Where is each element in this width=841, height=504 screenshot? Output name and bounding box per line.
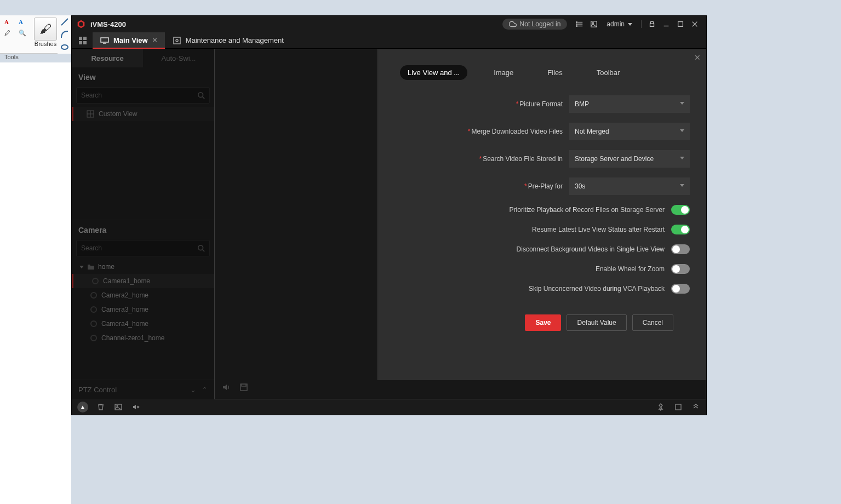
brushes-button[interactable]: 🖌 bbox=[34, 18, 57, 41]
sidebar-tab-resource[interactable]: Resource bbox=[72, 49, 143, 67]
chevron-down-icon bbox=[680, 184, 684, 187]
ptz-label: PTZ Control bbox=[78, 386, 117, 394]
chevron-down-icon bbox=[628, 23, 632, 26]
search-stored-label: *Search Video File Stored in bbox=[479, 155, 563, 163]
app-logo-icon bbox=[76, 19, 86, 29]
titlebar: iVMS-4200 Not Logged in admin bbox=[72, 16, 706, 32]
picture-icon[interactable] bbox=[587, 17, 601, 31]
cancel-button[interactable]: Cancel bbox=[632, 314, 673, 331]
save-button[interactable]: Save bbox=[525, 314, 561, 331]
restore-icon[interactable] bbox=[673, 402, 683, 412]
text-tool-icon[interactable]: A bbox=[16, 18, 30, 28]
picture-format-select[interactable]: BMP bbox=[569, 95, 690, 113]
tab-label: Main View bbox=[113, 36, 148, 44]
settings-tab-files[interactable]: Files bbox=[540, 65, 570, 80]
volume-icon[interactable] bbox=[222, 383, 231, 392]
save-clip-icon[interactable] bbox=[239, 383, 248, 392]
svg-line-26 bbox=[203, 97, 205, 99]
custom-view-label: Custom View bbox=[99, 110, 137, 118]
view-section-header: View bbox=[72, 67, 214, 87]
camera-item[interactable]: Camera2_home bbox=[72, 288, 214, 302]
pin-icon[interactable] bbox=[656, 402, 666, 412]
merge-files-select[interactable]: Not Merged bbox=[569, 123, 690, 140]
camera-search[interactable] bbox=[76, 240, 210, 256]
viewport-toolbar bbox=[214, 379, 256, 396]
preplay-select[interactable]: 30s bbox=[569, 177, 690, 195]
monitor-icon bbox=[100, 36, 109, 45]
chevron-up-icon[interactable]: ⌃ bbox=[202, 386, 208, 394]
tab-main-view[interactable]: Main View ✕ bbox=[93, 32, 165, 49]
merge-files-label: *Merge Downloaded Video Files bbox=[468, 128, 563, 135]
login-status-badge[interactable]: Not Logged in bbox=[502, 19, 568, 30]
minimize-icon[interactable] bbox=[659, 17, 673, 31]
layout-icon bbox=[87, 110, 94, 118]
camera-item[interactable]: Channel-zero1_home bbox=[72, 331, 214, 345]
svg-point-11 bbox=[592, 22, 594, 24]
camera-status-icon bbox=[90, 306, 97, 313]
search-stored-select[interactable]: Storage Server and Device bbox=[569, 150, 690, 168]
settings-tab-toolbar[interactable]: Toolbar bbox=[589, 65, 628, 80]
oval-shape-icon[interactable] bbox=[60, 43, 69, 51]
chevron-down-icon[interactable]: ⌄ bbox=[190, 386, 196, 394]
login-status-text: Not Logged in bbox=[520, 20, 561, 28]
camera-item[interactable]: Camera3_home bbox=[72, 302, 214, 317]
default-value-button[interactable]: Default Value bbox=[567, 314, 626, 331]
svg-point-24 bbox=[176, 39, 178, 42]
tab-label: Maintenance and Management bbox=[186, 36, 284, 44]
camera-status-icon bbox=[92, 278, 99, 284]
svg-point-8 bbox=[576, 24, 577, 25]
svg-line-31 bbox=[203, 250, 205, 252]
svg-rect-12 bbox=[650, 24, 654, 26]
settings-panel: ✕ Live View and ... Image Files Toolbar … bbox=[377, 49, 706, 380]
lock-icon[interactable] bbox=[645, 17, 659, 31]
tab-maintenance[interactable]: Maintenance and Management bbox=[165, 32, 291, 49]
collapse-up-icon[interactable] bbox=[691, 402, 701, 412]
image-icon[interactable] bbox=[113, 402, 123, 412]
camera-status-icon bbox=[90, 292, 97, 299]
user-name: admin bbox=[607, 20, 625, 28]
settings-tab-liveview[interactable]: Live View and ... bbox=[400, 65, 467, 80]
view-search[interactable] bbox=[76, 87, 210, 104]
search-icon bbox=[197, 244, 205, 252]
wheel-zoom-label: Enable Wheel for Zoom bbox=[596, 265, 665, 273]
color-picker-icon[interactable]: 🖊 bbox=[2, 28, 15, 39]
chevron-down-icon bbox=[680, 102, 684, 105]
sidebar-tab-autoswitch[interactable]: Auto-Swi... bbox=[143, 49, 214, 67]
tab-close-icon[interactable]: ✕ bbox=[152, 37, 157, 44]
skip-vca-toggle[interactable] bbox=[671, 284, 690, 294]
camera-folder-home[interactable]: home bbox=[72, 260, 214, 274]
resume-toggle[interactable] bbox=[671, 225, 690, 234]
camera-item[interactable]: Camera1_home bbox=[72, 274, 214, 288]
home-grid-icon[interactable] bbox=[75, 34, 90, 47]
svg-rect-17 bbox=[79, 37, 82, 40]
camera-search-input[interactable] bbox=[81, 244, 197, 252]
curve-shape-icon[interactable] bbox=[60, 30, 69, 39]
preplay-label: *Pre-Play for bbox=[524, 182, 563, 190]
custom-view-item[interactable]: Custom View bbox=[72, 107, 214, 121]
maximize-icon[interactable] bbox=[673, 17, 688, 31]
prioritize-toggle[interactable] bbox=[671, 205, 690, 215]
view-search-input[interactable] bbox=[81, 91, 197, 99]
camera-section-header: Camera bbox=[72, 220, 214, 240]
camera-label: Camera2_home bbox=[101, 291, 148, 299]
ptz-control-header[interactable]: PTZ Control ⌄ ⌃ bbox=[72, 380, 214, 399]
paint-canvas-strip bbox=[0, 62, 71, 504]
magnifier-icon[interactable]: 🔍 bbox=[16, 28, 30, 39]
mute-icon[interactable] bbox=[131, 402, 141, 412]
disconnect-toggle[interactable] bbox=[671, 244, 690, 254]
settings-tab-image[interactable]: Image bbox=[486, 65, 521, 80]
camera-item[interactable]: Camera4_home bbox=[72, 317, 214, 331]
text-tool-icon[interactable]: A bbox=[2, 18, 15, 28]
svg-point-35 bbox=[117, 405, 118, 406]
picture-format-label: *Picture Format bbox=[516, 100, 563, 108]
svg-rect-18 bbox=[83, 37, 87, 40]
wheel-zoom-toggle[interactable] bbox=[671, 264, 690, 274]
user-dropdown[interactable]: admin bbox=[607, 20, 632, 28]
close-icon[interactable] bbox=[688, 17, 702, 31]
alert-icon[interactable]: ▲ bbox=[77, 402, 88, 413]
line-shape-icon[interactable] bbox=[60, 18, 69, 26]
trash-icon[interactable] bbox=[96, 402, 106, 412]
camera-label: Channel-zero1_home bbox=[101, 334, 164, 342]
list-icon[interactable] bbox=[573, 17, 587, 31]
close-icon[interactable]: ✕ bbox=[694, 53, 701, 62]
